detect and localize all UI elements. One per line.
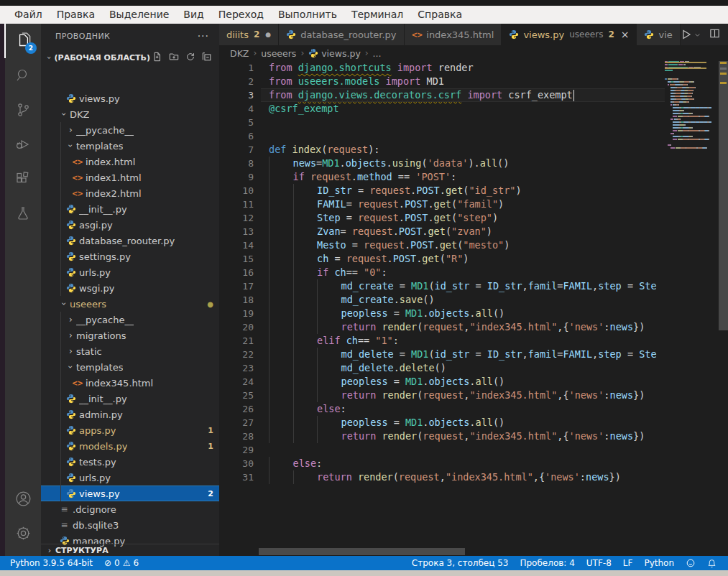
code-line-9[interactable]: 9if request.method == 'POST': [219, 170, 665, 184]
tree-item-static[interactable]: ›static [41, 343, 219, 359]
menu-item-Правка[interactable]: Правка [50, 6, 102, 24]
code-line-17[interactable]: 17md_create = MD1(id_str = ID_str,famil=… [219, 279, 665, 293]
code-line-1[interactable]: 1from django.shortcuts import render [219, 61, 665, 75]
code-line-6[interactable]: 6 [219, 129, 665, 143]
breadcrumb-item-useeers[interactable]: useeers [261, 48, 296, 59]
code-line-22[interactable]: 22md_delete = MD1(id_str = ID_str,famil=… [219, 348, 665, 361]
code-line-10[interactable]: 10ID_str = request.POST.get("id_str") [219, 184, 665, 198]
code-line-18[interactable]: 18md_create.save() [219, 293, 665, 307]
tree-item-urls.py[interactable]: urls.py [41, 264, 219, 280]
tree-item-db.sqlite3[interactable]: ≡db.sqlite3 [41, 517, 219, 533]
breadcrumb-item-DKZ[interactable]: DKZ [230, 48, 249, 59]
language-mode-status[interactable]: Python [638, 558, 680, 568]
code-line-13[interactable]: 13Zvan= request.POST.get("zvan") [219, 225, 665, 238]
explorer-more-actions[interactable]: ··· [198, 30, 209, 42]
tab-index345.html[interactable]: <>index345.html [405, 24, 502, 45]
tree-item-wsgi.py[interactable]: wsgi.py [41, 280, 219, 296]
eol-status[interactable]: LF [617, 558, 639, 568]
tree-item-models.py[interactable]: models.py1 [41, 438, 219, 454]
outline-section-header[interactable]: › СТРУКТУРА [41, 544, 219, 556]
code-line-3[interactable]: 3from django.views.decorators.csrf impor… [219, 88, 665, 102]
encoding-status[interactable]: UTF-8 [581, 558, 617, 568]
code-line-26[interactable]: 26else: [219, 402, 665, 416]
code-line-11[interactable]: 11FAMIL= request.POST.get("famil") [219, 198, 665, 211]
account-icon[interactable] [5, 481, 41, 516]
run-python-file-button[interactable] [681, 29, 701, 40]
tree-item-migrations[interactable]: ›migrations [41, 328, 219, 343]
split-editor-button[interactable] [709, 28, 720, 42]
tree-item-views.py[interactable]: views.py2 [41, 486, 219, 501]
indentation-status[interactable]: Пробелов: 4 [514, 558, 580, 568]
code-editor[interactable]: 1from django.shortcuts import render2fro… [219, 61, 665, 548]
extensions-icon[interactable] [5, 162, 41, 196]
settings-gear-icon[interactable] [5, 516, 41, 550]
menu-item-Переход[interactable]: Переход [211, 6, 271, 24]
code-line-21[interactable]: 21elif ch== "1": [219, 334, 665, 348]
menu-item-Выделение[interactable]: Выделение [102, 6, 176, 24]
code-line-28[interactable]: 28return render(request,"index345.html",… [219, 429, 665, 443]
search-icon[interactable] [5, 58, 41, 93]
vertical-scrollbar[interactable] [719, 61, 728, 548]
workspace-section-header[interactable]: › (РАБОЧАЯ ОБЛАСТЬ) ... [41, 48, 219, 67]
breadcrumb-item-...[interactable]: ... [373, 48, 382, 59]
code-line-23[interactable]: 23md_delete.delete() [219, 361, 665, 375]
tree-item-index.html[interactable]: <>index.html [41, 154, 219, 169]
code-line-12[interactable]: 12Step = request.POST.get("step") [219, 211, 665, 225]
tree-item-views.py[interactable]: views.py [41, 90, 219, 106]
menu-item-Вид[interactable]: Вид [176, 6, 211, 24]
tab-vie[interactable]: vie [637, 24, 680, 45]
tree-item-templates[interactable]: ›templates [41, 138, 219, 154]
horizontal-scrollbar[interactable] [259, 548, 465, 555]
menu-item-Файл[interactable]: Файл [7, 6, 50, 24]
code-line-20[interactable]: 20return render(request,"index345.html",… [219, 320, 665, 334]
tab-database_roouter.py[interactable]: database_roouter.py [279, 24, 404, 45]
tree-item-apps.py[interactable]: apps.py1 [41, 422, 219, 438]
code-line-2[interactable]: 2from useeers.models import MD1 [219, 75, 665, 88]
scrollbar-thumb[interactable] [719, 61, 728, 330]
new-folder-icon[interactable] [169, 51, 179, 65]
problems-status[interactable]: ⊘ 0 ⚠ 6 [98, 558, 144, 568]
run-debug-icon[interactable] [5, 127, 41, 162]
tree-item-__pycache__[interactable]: ›__pycache__ [41, 312, 219, 328]
testing-icon[interactable] [5, 196, 41, 231]
new-file-icon[interactable] [152, 51, 162, 65]
cursor-position-status[interactable]: Строка 3, столбец 53 [406, 558, 515, 568]
tree-item-index1.html[interactable]: <>index1.html [41, 169, 219, 185]
code-line-5[interactable]: 5 [219, 116, 665, 129]
code-line-4[interactable]: 4@csrf_exempt [219, 102, 665, 116]
tree-item-index2.html[interactable]: <>index2.html [41, 185, 219, 201]
tab-views.py[interactable]: views.pyuseeers2× [502, 24, 637, 45]
tree-item-asgi.py[interactable]: asgi.py [41, 217, 219, 233]
tree-item-__pycache__[interactable]: ›__pycache__ [41, 122, 219, 138]
tree-item-__init__.py[interactable]: __init__.py [41, 391, 219, 407]
tab-diiits[interactable]: diiits2● [219, 24, 279, 45]
tree-item-urls.py[interactable]: urls.py [41, 470, 219, 486]
code-line-31[interactable]: 31return render(request,"index345.html",… [219, 470, 665, 484]
code-line-16[interactable]: 16if ch== "0": [219, 266, 665, 279]
code-line-25[interactable]: 25return render(request,"index345.html",… [219, 389, 665, 402]
tree-item-index345.html[interactable]: <>index345.html [41, 375, 219, 391]
feedback-icon[interactable] [680, 558, 701, 568]
tree-item-admin.py[interactable]: admin.py [41, 407, 219, 422]
collapse-folders-icon[interactable] [202, 51, 212, 65]
close-icon[interactable]: × [621, 29, 630, 40]
tree-item-DKZ[interactable]: ›DKZ [41, 106, 219, 122]
menu-item-Терминал[interactable]: Терминал [344, 6, 410, 24]
tree-item-.dcignore[interactable]: ≡.dcignore [41, 501, 219, 517]
code-line-27[interactable]: 27peopless = MD1.objects.all() [219, 416, 665, 429]
code-line-8[interactable]: 8news=MD1.objects.using('daata').all() [219, 157, 665, 170]
breadcrumb-item-views.py[interactable]: views.py [308, 48, 361, 59]
code-line-30[interactable]: 30else: [219, 457, 665, 470]
python-interpreter-status[interactable]: Python 3.9.5 64-bit [4, 558, 98, 568]
code-line-14[interactable]: 14Mesto = request.POST.get("mesto") [219, 238, 665, 252]
code-line-15[interactable]: 15ch = request.POST.get("R") [219, 252, 665, 266]
tree-item-tests.py[interactable]: tests.py [41, 454, 219, 470]
notifications-bell-icon[interactable] [701, 559, 722, 568]
tree-item-templates[interactable]: ›templates [41, 359, 219, 375]
code-line-29[interactable]: 29 [219, 443, 665, 457]
tree-item-__init__.py[interactable]: __init__.py [41, 201, 219, 217]
explorer-icon[interactable]: 2 [4, 24, 42, 58]
source-control-icon[interactable] [5, 93, 41, 127]
code-line-19[interactable]: 19peopless = MD1.objects.all() [219, 307, 665, 320]
refresh-icon[interactable] [185, 51, 195, 65]
